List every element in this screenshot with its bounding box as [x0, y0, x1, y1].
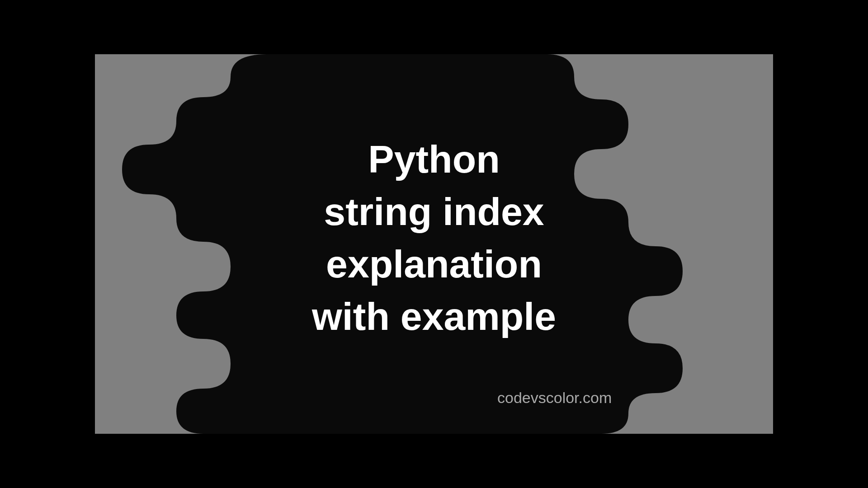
banner-title: Python string index explanation with exa…: [312, 133, 556, 343]
watermark-text: codevscolor.com: [497, 389, 612, 407]
banner-container: Python string index explanation with exa…: [95, 54, 773, 434]
